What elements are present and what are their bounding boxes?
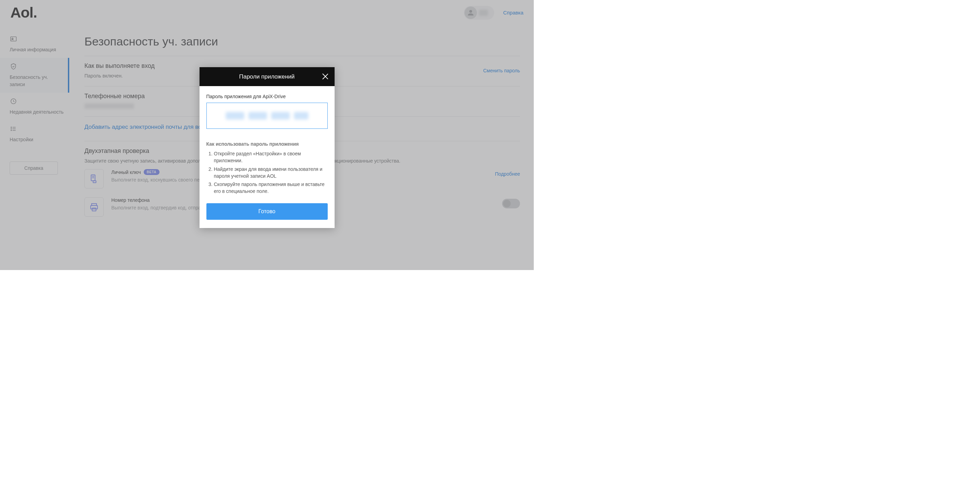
done-button[interactable]: Готово <box>207 203 328 220</box>
app-password-blur <box>226 112 309 119</box>
app-password-display <box>207 103 328 129</box>
howto-heading: Как использовать пароль приложения <box>207 141 328 147</box>
app-password-label: Пароль приложения для ApiX-Drive <box>207 94 328 99</box>
app-password-modal: Пароли приложений Пароль приложения для … <box>199 67 334 228</box>
howto-step: Откройте раздел «Настройки» в своем прил… <box>214 150 328 164</box>
modal-title: Пароли приложений <box>239 73 294 80</box>
howto-steps: Откройте раздел «Настройки» в своем прил… <box>207 150 328 195</box>
howto-step: Скопируйте пароль приложения выше и вста… <box>214 181 328 195</box>
close-icon[interactable] <box>321 73 329 80</box>
howto-step: Найдите экран для ввода имени пользовате… <box>214 166 328 180</box>
modal-overlay[interactable]: Пароли приложений Пароль приложения для … <box>0 0 534 270</box>
